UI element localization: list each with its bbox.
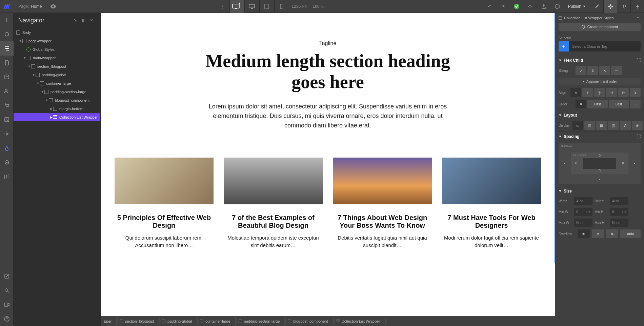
- dock-icon[interactable]: ◧: [79, 18, 87, 23]
- max-h-input[interactable]: None-: [610, 219, 628, 227]
- section-subtext[interactable]: Lorem ipsum dolor sit amet, consectetur …: [202, 102, 453, 130]
- display-flex-button[interactable]: ▥: [584, 121, 595, 130]
- expand-arrow-icon[interactable]: ▼: [23, 56, 27, 60]
- tagline-text[interactable]: Tagline: [108, 40, 548, 46]
- sizing-shrink-button[interactable]: ⤢: [576, 66, 586, 75]
- webflow-logo[interactable]: [0, 0, 14, 13]
- video-icon[interactable]: [0, 298, 14, 312]
- more-icon[interactable]: ⋯: [637, 16, 641, 20]
- nav-item-container-large[interactable]: ▼ container-large: [14, 79, 100, 87]
- audit-icon[interactable]: [550, 0, 564, 13]
- blog-card[interactable]: 7 Things About Web Design Your Boss Want…: [333, 158, 432, 249]
- page-selector[interactable]: Page: Home: [14, 4, 46, 9]
- publish-button[interactable]: Publish ▼: [564, 4, 590, 9]
- assets-icon[interactable]: [0, 113, 14, 127]
- navigator-icon[interactable]: [0, 41, 14, 56]
- align-end-button[interactable]: ⊣: [606, 88, 617, 97]
- breadcrumb-item[interactable]: padding-section-large: [235, 316, 285, 326]
- expand-arrow-icon[interactable]: ▼: [27, 65, 31, 68]
- order-last-button[interactable]: Last: [609, 100, 629, 108]
- breadcrumb-item[interactable]: pper: [101, 316, 116, 326]
- spacing-editor[interactable]: MARGIN PADDING - - - - 0 0 0 0: [559, 143, 641, 184]
- pages-icon[interactable]: [0, 56, 14, 70]
- overflow-scroll-button[interactable]: ⇅: [606, 229, 618, 238]
- nav-item-padding-global[interactable]: ▼ padding-global: [14, 70, 100, 79]
- effects-icon[interactable]: [617, 0, 630, 13]
- max-w-input[interactable]: None-: [574, 219, 592, 227]
- preview-icon[interactable]: [46, 0, 60, 13]
- device-mobile-icon[interactable]: [274, 0, 289, 13]
- device-tablet-icon[interactable]: [259, 0, 274, 13]
- nav-item-collection-list-wrapper[interactable]: ▶ Collection List Wrapper: [14, 113, 100, 121]
- status-ok-icon[interactable]: [510, 0, 523, 13]
- expand-arrow-icon[interactable]: ▼: [36, 82, 40, 85]
- alignment-order-subheader[interactable]: ▼ Alignment and order: [559, 78, 641, 85]
- export-icon[interactable]: [537, 0, 550, 13]
- nav-item-margin-bottom[interactable]: ▶ margin-bottom: [14, 104, 100, 113]
- card-grid[interactable]: 5 Principles Of Effective Web Design Qui…: [108, 158, 548, 249]
- nav-item-padding-section-large[interactable]: ▼ padding-section-large: [14, 87, 100, 96]
- flex-child-section-header[interactable]: ▼ Flex Child ⛶: [555, 55, 644, 65]
- expand-arrow-icon[interactable]: ▼: [32, 73, 36, 77]
- add-class-button[interactable]: +: [559, 41, 569, 52]
- overflow-auto-button[interactable]: Auto: [620, 229, 641, 238]
- create-component-button[interactable]: Create component: [559, 23, 641, 31]
- spacing-section-header[interactable]: ▼ Spacing ⛶: [555, 131, 644, 141]
- padding-bottom-input[interactable]: 0: [596, 169, 603, 173]
- expand-arrow-icon[interactable]: ▼: [40, 90, 44, 94]
- layout-section-header[interactable]: ▼ Layout: [555, 110, 644, 120]
- breadcrumb-item[interactable]: container-large: [197, 316, 235, 326]
- nav-item-page-wrapper[interactable]: ▼ page-wrapper: [14, 37, 100, 45]
- margin-right-input[interactable]: -: [631, 161, 638, 165]
- cms-icon[interactable]: [0, 70, 14, 84]
- expand-arrow-icon[interactable]: ▼: [18, 39, 22, 43]
- width-input[interactable]: Auto-: [574, 197, 592, 205]
- expand-icon[interactable]: ⛶: [637, 58, 641, 63]
- size-section-header[interactable]: ▼ Size: [555, 186, 644, 196]
- expand-arrow-icon[interactable]: ▼: [45, 99, 49, 102]
- margin-top-input[interactable]: -: [596, 146, 603, 149]
- ecommerce-icon[interactable]: [0, 98, 14, 113]
- audit-check-icon[interactable]: [0, 269, 14, 283]
- extension-icon[interactable]: [0, 155, 14, 169]
- apps-icon[interactable]: [0, 141, 14, 155]
- min-w-input[interactable]: 0PX: [574, 208, 592, 216]
- order-more-button[interactable]: ⋯: [630, 100, 641, 108]
- settings-gear-icon[interactable]: [603, 0, 617, 13]
- breadcrumb-item[interactable]: section_lblogpost: [116, 316, 159, 326]
- canvas-width[interactable]: 1236 PX: [289, 4, 310, 9]
- display-block-button[interactable]: ▭: [572, 121, 583, 130]
- padding-top-input[interactable]: 0: [596, 154, 603, 158]
- align-stretch-button[interactable]: ⊫: [618, 88, 629, 97]
- nav-item-global-styles[interactable]: Global Styles: [14, 45, 100, 54]
- breadcrumb-item[interactable]: padding-global: [159, 316, 197, 326]
- expand-icon[interactable]: ⛶: [637, 134, 641, 139]
- expand-arrow-icon[interactable]: ▶: [49, 116, 53, 119]
- help-icon[interactable]: [0, 312, 14, 326]
- order-first-button[interactable]: First: [587, 100, 608, 108]
- device-desktop-large-icon[interactable]: ★: [229, 0, 244, 13]
- align-auto-button[interactable]: ✕: [570, 88, 581, 97]
- add-element-icon[interactable]: [0, 13, 14, 27]
- order-auto-button[interactable]: ✕: [576, 100, 586, 108]
- device-desktop-icon[interactable]: [244, 0, 259, 13]
- sizing-more-button[interactable]: ⋯: [611, 66, 622, 75]
- margin-left-input[interactable]: -: [561, 161, 568, 165]
- canvas[interactable]: Tagline Medium length section heading go…: [101, 13, 555, 316]
- overflow-hidden-button[interactable]: ⊘: [592, 229, 604, 238]
- align-center-button[interactable]: ┼: [594, 88, 605, 97]
- settings-icon[interactable]: [0, 127, 14, 141]
- height-input[interactable]: Auto-: [610, 197, 628, 205]
- search-icon[interactable]: [0, 283, 14, 298]
- margin-bottom-input[interactable]: -: [596, 177, 603, 181]
- close-icon[interactable]: ✕: [87, 18, 96, 23]
- settings-icon[interactable]: ⋮: [216, 0, 229, 13]
- canvas-zoom[interactable]: 100 %: [310, 4, 327, 9]
- variables-icon[interactable]: {ƒ}: [0, 169, 14, 184]
- collapse-icon[interactable]: ⤡: [71, 18, 79, 23]
- interactions-icon[interactable]: [630, 0, 644, 13]
- min-h-input[interactable]: 0PX: [610, 208, 628, 216]
- display-none-button[interactable]: ⊘: [632, 121, 643, 130]
- align-baseline-button[interactable]: ⊻: [630, 88, 641, 97]
- nav-item-main-wrapper[interactable]: ▼ main-wrapper: [14, 54, 100, 62]
